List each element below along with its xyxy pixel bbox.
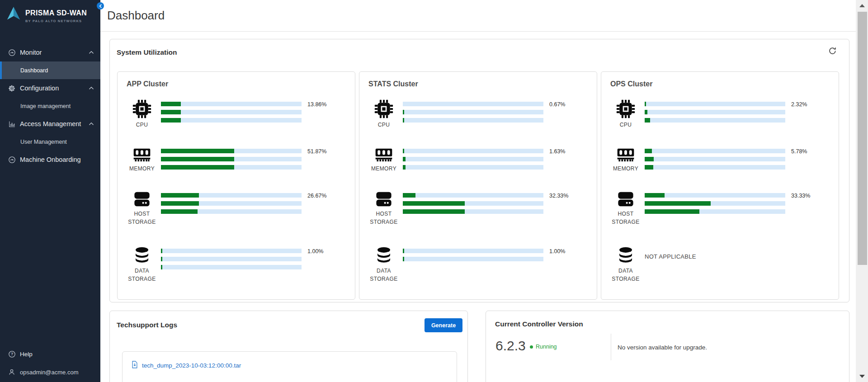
metric-row-host-storage: HOST STORAGE32.33% (367, 190, 597, 226)
metric-not-applicable: NOT APPLICABLE (645, 246, 696, 260)
utilization-bar-fill (403, 249, 404, 253)
controller-version-panel: Current Controller Version 6.2.3 Running… (486, 311, 849, 382)
metric-label: HOST STORAGE (125, 210, 159, 226)
metric-icon-column: CPU (367, 99, 401, 129)
cpu-icon (374, 99, 394, 119)
log-file-link[interactable]: tech_dump_2023-10-03:12:00:00.tar (123, 352, 457, 370)
utilization-bar-fill (161, 110, 181, 114)
cpu-icon (132, 99, 152, 119)
utilization-bar (161, 209, 302, 214)
utilization-bar (161, 249, 302, 253)
utilization-bar (645, 102, 785, 106)
scroll-up-arrow-icon[interactable] (859, 4, 865, 7)
utilization-bar-fill (645, 193, 665, 198)
utilization-bar (645, 165, 785, 170)
metric-row-memory: MEMORY51.87% (125, 146, 355, 173)
scroll-down-arrow-icon[interactable] (859, 375, 865, 378)
sidebar-item-opsadmin-acme-com[interactable]: opsadmin@acme.com (0, 363, 100, 381)
metric-label: MEMORY (371, 165, 396, 173)
utilization-bar (161, 149, 302, 153)
status-dot-icon (530, 345, 533, 349)
log-file-box: tech_dump_2023-10-03:12:00:00.tar (122, 351, 457, 382)
cluster-title: STATS Cluster (368, 80, 597, 88)
utilization-bar (403, 193, 543, 198)
utilization-bar (161, 157, 302, 161)
metric-bars (403, 246, 543, 265)
cluster-card-stats-cluster: STATS ClusterCPU0.67%MEMORY1.63%HOST STO… (359, 71, 597, 300)
chevron-up-icon[interactable] (89, 122, 94, 126)
chevron-up-icon[interactable] (89, 51, 94, 54)
metric-row-cpu: CPU2.32% (609, 99, 839, 129)
utilization-bar-fill (645, 102, 646, 106)
utilization-bar (161, 102, 302, 106)
sidebar-item-dashboard[interactable]: Dashboard (0, 61, 100, 79)
data-storage-icon (132, 246, 151, 265)
help-icon: ? (8, 350, 16, 358)
upgrade-note: No version available for upgrade. (618, 344, 707, 351)
chart-icon (8, 120, 16, 128)
file-download-icon (132, 361, 138, 370)
utilization-bar-fill (403, 165, 406, 170)
metric-icon-column: DATA STORAGE (367, 246, 401, 283)
vertical-divider (611, 334, 611, 360)
generate-button[interactable]: Generate (425, 318, 462, 332)
sidebar-item-access-management[interactable]: Access Management (0, 115, 100, 133)
metric-bars (403, 146, 543, 173)
utilization-bar-fill (161, 102, 181, 106)
utilization-bar-fill (161, 265, 162, 269)
controller-version-number: 6.2.3 (495, 338, 526, 354)
sidebar-collapse-button[interactable] (97, 2, 104, 9)
metric-label: MEMORY (129, 165, 155, 173)
metric-label: CPU (620, 121, 632, 129)
utilization-bar (161, 110, 302, 114)
metric-percentage: 1.00% (549, 246, 565, 255)
data-storage-icon (616, 246, 635, 265)
utilization-bar-fill (403, 157, 406, 161)
sidebar-nav: MonitorDashboardConfigurationImage manag… (0, 43, 100, 169)
utilization-bar-fill (403, 118, 404, 123)
metric-bars (161, 99, 302, 126)
utilization-bar (161, 193, 302, 198)
metric-percentage: 13.86% (307, 99, 326, 108)
metric-bars (161, 190, 302, 217)
metric-label: CPU (136, 121, 148, 129)
user-icon (8, 368, 16, 376)
sidebar-item-image-management[interactable]: Image management (0, 97, 100, 115)
vertical-scrollbar[interactable] (856, 0, 868, 382)
metric-percentage: 32.33% (549, 190, 568, 199)
gauge-icon (8, 49, 16, 57)
sidebar-footer: ?Helpopsadmin@acme.com (0, 345, 100, 381)
sidebar-item-help[interactable]: ?Help (0, 345, 100, 363)
sidebar-item-user-management[interactable]: User Management (0, 133, 100, 151)
sidebar-item-monitor[interactable]: Monitor (0, 43, 100, 61)
utilization-bar (403, 249, 543, 253)
metric-icon-column: MEMORY (125, 146, 159, 173)
utilization-bar-fill (403, 110, 404, 114)
system-utilization-title: System Utilization (117, 48, 177, 57)
sidebar-item-machine-onboarding[interactable]: Machine Onboarding (0, 151, 100, 169)
techsupport-title: Techsupport Logs (117, 321, 177, 329)
utilization-bar (403, 209, 543, 214)
metric-bars (403, 99, 543, 126)
utilization-bar-fill (161, 193, 199, 198)
refresh-button[interactable] (828, 46, 837, 57)
topbar: Dashboard (100, 0, 856, 32)
prisma-logo-icon (7, 6, 21, 24)
metric-label: DATA STORAGE (367, 267, 401, 283)
utilization-bar-fill (403, 193, 415, 198)
controller-version-title: Current Controller Version (495, 320, 583, 328)
utilization-bar-fill (161, 201, 199, 206)
metric-percentage: 2.32% (791, 99, 807, 108)
sidebar-item-configuration[interactable]: Configuration (0, 79, 100, 97)
metric-percentage: 33.33% (791, 190, 810, 199)
metric-icon-column: MEMORY (609, 146, 643, 173)
host-storage-icon (616, 190, 635, 208)
gauge-icon (8, 156, 16, 164)
scrollbar-thumb[interactable] (858, 12, 867, 265)
log-file-name: tech_dump_2023-10-03:12:00:00.tar (142, 362, 241, 369)
cluster-row: APP ClusterCPU13.86%MEMORY51.87%HOST STO… (117, 71, 839, 300)
logo-subtitle: BY PALO ALTO NETWORKS (25, 19, 87, 23)
utilization-bar-fill (403, 257, 404, 261)
metric-label: DATA STORAGE (125, 267, 159, 283)
chevron-up-icon[interactable] (89, 86, 94, 90)
